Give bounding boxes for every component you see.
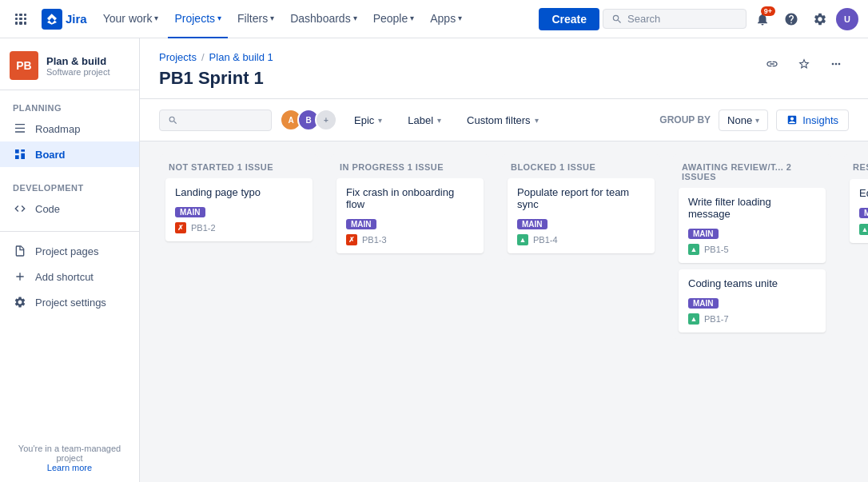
column-header: NOT STARTED 1 ISSUE <box>159 154 319 178</box>
card-tag: MAIN <box>346 219 376 229</box>
sidebar: PB Plan & build Software project PLANNIN… <box>0 38 140 482</box>
card-title: Populate report for team sync <box>517 186 645 210</box>
user-avatar[interactable]: U <box>836 8 858 30</box>
sidebar-label-board: Board <box>35 149 66 161</box>
label-filter[interactable]: Label ▾ <box>399 110 450 131</box>
column-body: Write filter loading messageMAIN▲PB1-5Co… <box>672 188 832 339</box>
sidebar-project-header[interactable]: PB Plan & build Software project <box>0 38 139 90</box>
main-header: Projects / Plan & build 1 PB1 Sprint 1 <box>140 38 868 99</box>
sidebar-item-board[interactable]: Board <box>0 141 139 167</box>
sidebar-item-project-settings[interactable]: Project settings <box>0 289 139 315</box>
card-meta: ▲PB1-6✓ <box>859 223 868 235</box>
jira-logo[interactable]: Jira <box>42 9 87 30</box>
insights-icon <box>786 114 798 125</box>
development-label: DEVELOPMENT <box>0 180 139 196</box>
sidebar-label-project-settings: Project settings <box>35 297 106 309</box>
card-PB1-6[interactable]: Education summit Q4MAIN▲PB1-6✓ <box>850 179 868 243</box>
card-PB1-3[interactable]: Fix crash in onboarding flowMAIN✗PB1-3 <box>336 178 484 253</box>
issue-type-icon: ▲ <box>859 224 868 235</box>
nav-dashboards[interactable]: Dashboards ▾ <box>284 0 364 38</box>
board-toolbar: A B + Epic ▾ Label ▾ Custom filters ▾ GR… <box>140 99 868 141</box>
column-header: RESOLVED 1 ISSUE ✓ <box>843 154 868 179</box>
sidebar-item-roadmap[interactable]: Roadmap <box>0 116 139 141</box>
board-search-input[interactable] <box>183 114 263 126</box>
sidebar-planning-section: PLANNING Roadmap Board <box>0 90 139 170</box>
board-search[interactable] <box>159 110 272 131</box>
sidebar-label-code: Code <box>35 203 60 215</box>
page-title: PB1 Sprint 1 <box>159 68 273 89</box>
card-tag: MAIN <box>688 229 719 239</box>
card-PB1-2[interactable]: Landing page typoMAIN✗PB1-2 <box>165 178 313 241</box>
card-PB1-5[interactable]: Write filter loading messageMAIN▲PB1-5 <box>679 188 826 263</box>
chevron-down-icon: ▾ <box>217 14 221 22</box>
jira-logo-icon <box>42 9 62 30</box>
sidebar-item-code[interactable]: Code <box>0 196 139 221</box>
chevron-down-icon: ▾ <box>353 14 357 22</box>
create-button[interactable]: Create <box>539 8 599 30</box>
search-placeholder: Search <box>627 13 660 25</box>
pages-icon <box>13 244 27 258</box>
sidebar-dev-section: DEVELOPMENT Code <box>0 170 139 225</box>
card-meta: ✗PB1-3 <box>346 234 474 245</box>
issue-type-icon: ▲ <box>517 234 528 245</box>
issue-id: PB1-3 <box>362 235 387 245</box>
assignee-filter[interactable]: A B + <box>280 109 337 131</box>
star-button[interactable] <box>791 51 817 77</box>
breadcrumb-project[interactable]: Plan & build 1 <box>209 51 273 63</box>
card-meta: ▲PB1-5 <box>688 244 816 255</box>
card-meta: ▲PB1-4 <box>517 234 645 245</box>
sidebar-item-add-shortcut[interactable]: Add shortcut <box>0 264 139 289</box>
chevron-down-icon: ▾ <box>410 14 414 22</box>
avatar-add[interactable]: + <box>315 109 337 131</box>
group-by-select[interactable]: None ▾ <box>719 110 768 131</box>
breadcrumb: Projects / Plan & build 1 <box>159 51 273 63</box>
board-area: NOT STARTED 1 ISSUELanding page typoMAIN… <box>140 141 868 482</box>
sidebar-item-project-pages[interactable]: Project pages <box>0 238 139 264</box>
settings-icon <box>813 12 827 26</box>
more-options-button[interactable] <box>823 51 849 77</box>
app-layout: PB Plan & build Software project PLANNIN… <box>0 38 868 482</box>
nav-people[interactable]: People ▾ <box>367 0 421 38</box>
nav-apps[interactable]: Apps ▾ <box>424 0 468 38</box>
card-title: Landing page typo <box>175 186 303 198</box>
column-body: Landing page typoMAIN✗PB1-2 <box>159 178 319 248</box>
issue-id: PB1-5 <box>704 245 729 254</box>
sidebar-label-add-shortcut: Add shortcut <box>35 271 94 283</box>
card-tag: MAIN <box>859 208 868 218</box>
notifications-button[interactable]: 9+ <box>750 6 775 32</box>
project-info: Plan & build Software project <box>46 55 109 77</box>
insights-button[interactable]: Insights <box>776 110 849 131</box>
nav-projects[interactable]: Projects ▾ <box>168 0 228 38</box>
column-header: IN PROGRESS 1 ISSUE <box>330 154 490 178</box>
search-icon <box>168 115 178 125</box>
link-icon-button[interactable] <box>759 51 785 77</box>
column-not-started: NOT STARTED 1 ISSUELanding page typoMAIN… <box>159 154 319 248</box>
project-icon: PB <box>10 51 38 80</box>
main-content: Projects / Plan & build 1 PB1 Sprint 1 <box>140 38 868 482</box>
card-PB1-7[interactable]: Coding teams uniteMAIN▲PB1-7 <box>679 269 826 333</box>
card-tag: MAIN <box>175 207 205 217</box>
chevron-down-icon: ▾ <box>270 14 274 22</box>
epic-filter[interactable]: Epic ▾ <box>345 110 391 131</box>
planning-label: PLANNING <box>0 100 139 116</box>
breadcrumb-projects[interactable]: Projects <box>159 51 197 63</box>
nav-filters[interactable]: Filters ▾ <box>231 0 281 38</box>
issue-id: PB1-2 <box>191 223 216 233</box>
apps-grid-button[interactable] <box>10 8 32 30</box>
issue-type-icon: ✗ <box>346 234 357 245</box>
nav-your-work[interactable]: Your work ▾ <box>97 0 165 38</box>
column-awaiting-review: AWAITING REVIEW/T... 2 ISSUESWrite filte… <box>672 154 832 339</box>
project-name: Plan & build <box>46 55 109 67</box>
card-title: Education summit Q4 <box>859 187 868 199</box>
column-body: Populate report for team syncMAIN▲PB1-4 <box>501 178 661 260</box>
column-body: Fix crash in onboarding flowMAIN✗PB1-3 <box>330 178 490 260</box>
card-PB1-4[interactable]: Populate report for team syncMAIN▲PB1-4 <box>508 178 655 253</box>
learn-more-link[interactable]: Learn more <box>47 463 92 472</box>
column-title: RESOLVED 1 ISSUE ✓ <box>853 162 868 173</box>
settings-button[interactable] <box>807 6 833 32</box>
custom-filters[interactable]: Custom filters ▾ <box>458 110 547 131</box>
help-button[interactable] <box>778 6 804 32</box>
chevron-down-icon: ▾ <box>378 116 382 125</box>
help-icon <box>784 12 798 26</box>
search-box[interactable]: Search <box>603 9 747 29</box>
